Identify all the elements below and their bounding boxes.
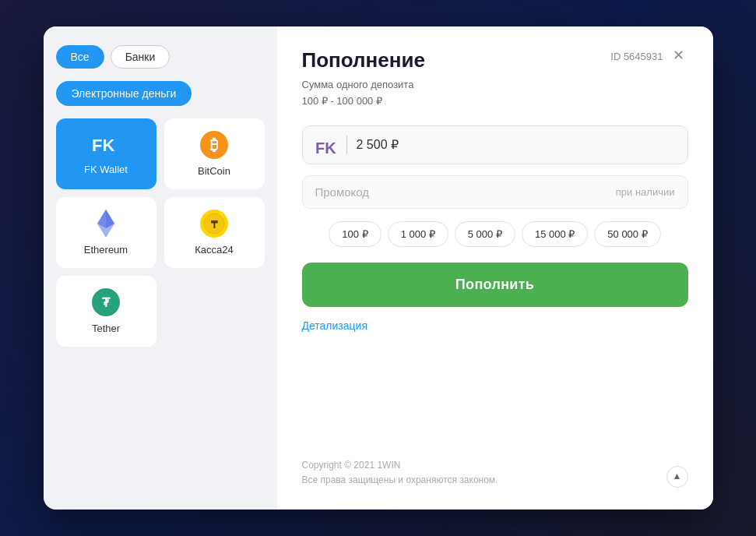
bitcoin-label: BitCoin: [198, 165, 230, 177]
close-button[interactable]: ✕: [673, 48, 688, 64]
fk-small-icon: FK: [315, 136, 337, 153]
copyright-line2: Все права защищены и охраняются законом.: [302, 473, 498, 488]
quick-amount-50000[interactable]: 50 000 ₽: [594, 221, 660, 247]
amount-input-row: FK: [302, 125, 688, 164]
id-close-row: ID 5645931 ✕: [610, 48, 687, 64]
kassa24-label: Касса24: [195, 244, 234, 256]
svg-text:FK: FK: [92, 136, 114, 155]
detail-link[interactable]: Детализация: [302, 319, 688, 332]
tether-icon: ₮: [92, 288, 120, 316]
panel-title: Пополнение: [302, 48, 425, 72]
payment-ethereum[interactable]: Ethereum: [56, 197, 156, 268]
tether-label: Tether: [92, 323, 120, 334]
copyright: Copyright © 2021 1WIN Все права защищены…: [302, 443, 688, 488]
filter-all-button[interactable]: Все: [56, 45, 104, 69]
quick-amount-15000[interactable]: 15 000 ₽: [522, 221, 588, 247]
submit-button[interactable]: Пополнить: [302, 263, 688, 307]
svg-text:₸: ₸: [211, 219, 218, 231]
fk-wallet-label: FK Wallet: [84, 164, 128, 175]
scroll-up-button[interactable]: ▲: [666, 466, 688, 488]
payment-fk-wallet[interactable]: FK FK Wallet: [56, 118, 156, 189]
filter-banks-button[interactable]: Банки: [111, 45, 171, 69]
right-header: Пополнение ID 5645931 ✕: [302, 48, 688, 72]
bitcoin-icon: ₿: [200, 131, 228, 159]
copyright-line1: Copyright © 2021 1WIN: [302, 458, 498, 473]
modal-dialog: Все Банки Электронные деньги FK FK Walle…: [44, 26, 713, 510]
ethereum-icon: [92, 210, 120, 238]
quick-amount-100[interactable]: 100 ₽: [329, 221, 381, 247]
svg-text:FK: FK: [315, 139, 336, 157]
quick-amount-5000[interactable]: 5 000 ₽: [455, 221, 515, 247]
right-panel: Пополнение ID 5645931 ✕ Сумма одного деп…: [277, 26, 713, 510]
kassa24-icon: ₸: [200, 210, 228, 238]
payment-grid: FK FK Wallet ₿ BitCoin: [56, 118, 265, 347]
payment-tether[interactable]: ₮ Tether: [56, 276, 156, 347]
amount-input[interactable]: [357, 138, 675, 152]
divider: [346, 136, 347, 154]
promo-input-row[interactable]: Промокод при наличии: [302, 175, 688, 209]
ethereum-label: Ethereum: [84, 244, 128, 256]
left-panel: Все Банки Электронные деньги FK FK Walle…: [44, 26, 277, 510]
transaction-id: ID 5645931: [610, 51, 663, 62]
filter-row: Все Банки: [56, 45, 265, 69]
quick-amount-1000[interactable]: 1 000 ₽: [388, 221, 448, 247]
promo-hint: при наличии: [616, 186, 675, 198]
quick-amounts: 100 ₽ 1 000 ₽ 5 000 ₽ 15 000 ₽ 50 000 ₽: [302, 221, 688, 247]
deposit-range: Сумма одного депозита 100 ₽ - 100 000 ₽: [302, 77, 688, 110]
fk-wallet-icon: FK: [90, 132, 121, 157]
payment-bitcoin[interactable]: ₿ BitCoin: [164, 118, 265, 189]
promo-placeholder: Промокод: [315, 185, 370, 199]
payment-kassa24[interactable]: ₸ Касса24: [164, 197, 265, 268]
section-electronic-money[interactable]: Электронные деньги: [56, 81, 192, 106]
